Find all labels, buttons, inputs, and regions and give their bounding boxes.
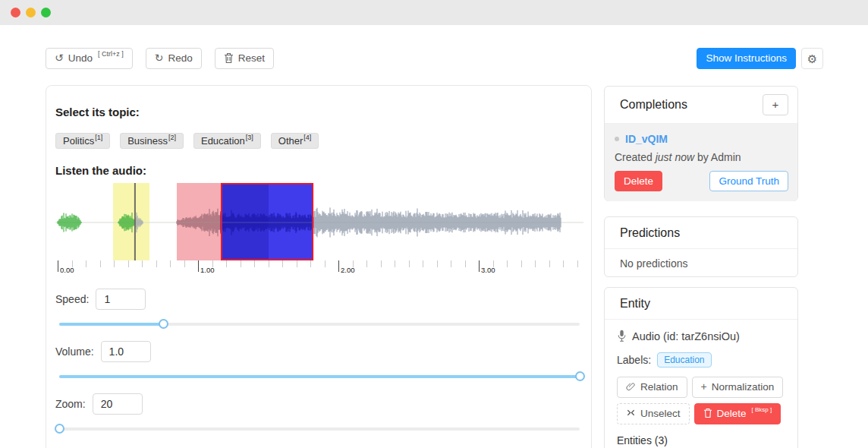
ruler-minor-tick bbox=[282, 260, 283, 267]
redo-label: Redo bbox=[168, 52, 193, 65]
ruler-minor-tick bbox=[269, 260, 269, 267]
completion-buttons: Delete Ground Truth bbox=[615, 171, 788, 191]
normalization-button[interactable]: + Normalization bbox=[692, 377, 784, 398]
ruler-minor-tick bbox=[409, 260, 410, 267]
maximize-window-icon[interactable] bbox=[41, 8, 51, 17]
microphone-icon bbox=[617, 330, 627, 342]
ruler-minor-tick bbox=[156, 260, 157, 267]
ruler-minor-tick bbox=[423, 260, 423, 267]
entity-body: Audio (id: tarZ6nsiOu) Labels: Education… bbox=[605, 320, 797, 448]
completion-created-line: Created just now by Admin bbox=[615, 151, 788, 163]
audio-heading: Listen the audio: bbox=[55, 164, 582, 177]
completions-title: Completions bbox=[620, 98, 687, 112]
choice-other[interactable]: Other[4] bbox=[271, 133, 319, 149]
ruler-major-tick bbox=[198, 260, 199, 272]
entity-labels-row: Labels: Education bbox=[617, 352, 785, 368]
reset-button[interactable]: Reset bbox=[215, 48, 274, 69]
choice-education[interactable]: Education[3] bbox=[193, 133, 261, 149]
toolbar-right: Show Instructions ⚙ bbox=[697, 48, 823, 69]
ruler-minor-tick bbox=[128, 260, 129, 267]
gear-icon: ⚙ bbox=[807, 53, 817, 65]
completion-id-link[interactable]: ID_vQIM bbox=[625, 133, 668, 145]
ruler-minor-tick bbox=[114, 260, 115, 267]
close-window-icon[interactable] bbox=[11, 8, 20, 17]
ruler-major-tick bbox=[58, 260, 58, 272]
volume-control: Volume: bbox=[55, 341, 582, 362]
ruler-minor-tick bbox=[493, 260, 494, 267]
volume-slider-handle[interactable] bbox=[575, 371, 585, 381]
volume-slider-fill bbox=[59, 375, 580, 378]
speed-input[interactable] bbox=[96, 289, 146, 310]
trash-icon bbox=[703, 408, 712, 418]
volume-slider[interactable] bbox=[55, 371, 583, 382]
completions-header: Completions + bbox=[605, 87, 797, 124]
waveform-svg bbox=[55, 183, 583, 260]
predictions-title: Predictions bbox=[620, 226, 680, 240]
relation-button[interactable]: Relation bbox=[617, 377, 687, 398]
completions-panel: Completions + ID_vQIM Created just now b… bbox=[604, 86, 798, 201]
delete-completion-label: Delete bbox=[624, 175, 653, 188]
unselect-label: Unselect bbox=[640, 408, 681, 420]
zoom-input[interactable] bbox=[93, 393, 143, 415]
unselect-button[interactable]: Unselect bbox=[617, 403, 690, 424]
ground-truth-label: Ground Truth bbox=[719, 175, 779, 188]
ruler-minor-tick bbox=[170, 260, 171, 267]
entity-title: Entity bbox=[620, 297, 650, 311]
audio-waveform[interactable] bbox=[55, 183, 583, 260]
ruler-minor-tick bbox=[72, 260, 73, 267]
ruler-minor-tick bbox=[507, 260, 508, 267]
label-tag[interactable]: Education bbox=[657, 352, 711, 368]
speed-slider-fill bbox=[59, 323, 163, 326]
ruler-minor-tick bbox=[437, 260, 438, 267]
zoom-slider-handle[interactable] bbox=[55, 424, 64, 434]
volume-input[interactable] bbox=[101, 341, 151, 362]
completion-bullet-icon bbox=[615, 137, 619, 141]
collapse-arrows-icon bbox=[626, 408, 636, 418]
annotation-panel: Select its topic: Politics[1]Business[2]… bbox=[46, 85, 592, 448]
choice-politics[interactable]: Politics[1] bbox=[55, 133, 110, 149]
entity-panel: Entity Audio (id: tarZ6nsiOu) Labels: Ed… bbox=[604, 287, 798, 448]
link-icon bbox=[626, 381, 636, 391]
ground-truth-button[interactable]: Ground Truth bbox=[709, 171, 788, 191]
entity-audio-line: Audio (id: tarZ6nsiOu) bbox=[617, 330, 785, 342]
undo-label: Undo bbox=[68, 52, 93, 65]
created-time: just now bbox=[656, 151, 694, 163]
speed-slider-handle[interactable] bbox=[159, 319, 168, 329]
topic-heading: Select its topic: bbox=[55, 106, 582, 118]
topic-choices: Politics[1]Business[2]Education[3]Other[… bbox=[55, 133, 582, 149]
delete-entity-label: Delete bbox=[717, 408, 747, 420]
ruler-minor-tick bbox=[100, 260, 101, 267]
plus-icon: + bbox=[701, 381, 707, 393]
window-title-bar bbox=[0, 0, 868, 25]
delete-completion-button[interactable]: Delete bbox=[615, 171, 662, 191]
normalization-label: Normalization bbox=[712, 381, 775, 393]
entity-audio-text: Audio (id: tarZ6nsiOu) bbox=[632, 330, 740, 342]
zoom-slider[interactable] bbox=[55, 424, 583, 434]
entity-buttons-row-1: Relation + Normalization bbox=[617, 377, 785, 398]
ruler-minor-tick bbox=[226, 260, 227, 267]
predictions-panel: Predictions No predictions bbox=[604, 216, 798, 277]
timeline-ruler: 0.001.002.003.00 bbox=[55, 260, 582, 277]
completion-item[interactable]: ID_vQIM Created just now by Admin Delete… bbox=[605, 124, 797, 201]
delete-entity-hotkey: [ Bksp ] bbox=[752, 406, 772, 413]
delete-entity-button[interactable]: Delete[ Bksp ] bbox=[694, 403, 782, 424]
undo-icon: ↺ bbox=[55, 52, 64, 64]
choice-business[interactable]: Business[2] bbox=[120, 133, 184, 149]
redo-button[interactable]: ↻ Redo bbox=[146, 48, 202, 69]
show-instructions-button[interactable]: Show Instructions bbox=[697, 48, 796, 69]
minimize-window-icon[interactable] bbox=[26, 8, 36, 17]
zoom-label: Zoom: bbox=[55, 398, 86, 410]
ruler-minor-tick bbox=[549, 260, 550, 267]
ruler-minor-tick bbox=[563, 260, 564, 267]
labels-caption: Labels: bbox=[617, 354, 651, 366]
completion-id-row: ID_vQIM bbox=[615, 133, 788, 145]
ruler-major-tick bbox=[338, 260, 339, 272]
speed-slider[interactable] bbox=[55, 319, 583, 330]
entities-count: Entities (3) bbox=[617, 434, 785, 446]
add-completion-button[interactable]: + bbox=[763, 94, 788, 115]
undo-button[interactable]: ↺ Undo[ Ctrl+z ] bbox=[46, 48, 133, 69]
ruler-minor-tick bbox=[86, 260, 86, 267]
ruler-minor-tick bbox=[184, 260, 185, 267]
settings-button[interactable]: ⚙ bbox=[801, 48, 823, 69]
ruler-minor-tick bbox=[535, 260, 536, 267]
